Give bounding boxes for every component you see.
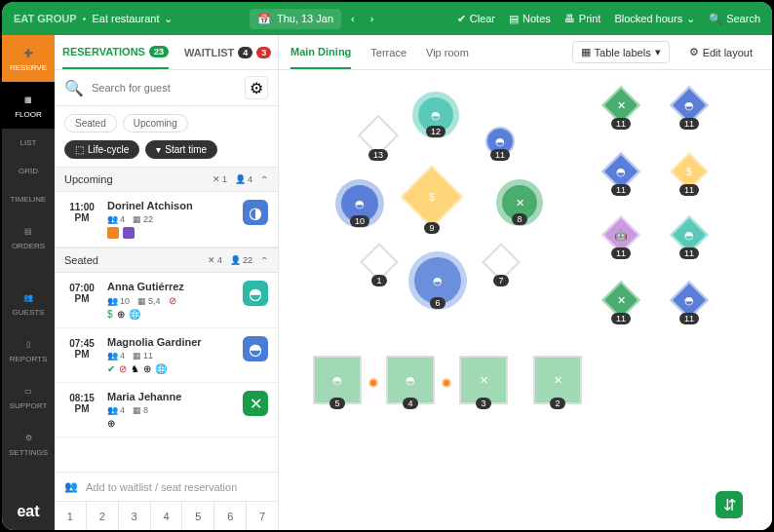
- table-labels-button[interactable]: ▦ Table labels ▾: [572, 41, 670, 63]
- table[interactable]: ◓12: [418, 97, 453, 137]
- lifecycle-icon: ⬚: [75, 144, 84, 155]
- section-upcoming[interactable]: Upcoming ✕ 1 👤 4 ⌃: [55, 167, 278, 192]
- guests-icon: 👥: [20, 289, 36, 305]
- sidebar: ➕RESERVE ▦FLOOR LIST GRID TIMELINE ▤ORDE…: [2, 35, 55, 530]
- reports-icon: ▯: [20, 336, 36, 352]
- reservation-time: 07:45 PM: [64, 336, 99, 360]
- chip-start-time[interactable]: ▾Start time: [145, 140, 217, 159]
- page-button[interactable]: 5: [182, 502, 214, 530]
- page-button[interactable]: 1: [55, 502, 87, 530]
- plus-icon: ➕: [20, 45, 36, 60]
- page-button[interactable]: 3: [119, 502, 151, 530]
- chevron-down-icon: ⌄: [164, 13, 173, 25]
- table[interactable]: ◓11: [485, 127, 515, 161]
- chip-upcoming[interactable]: Upcoming: [123, 114, 188, 133]
- table[interactable]: 13: [364, 121, 393, 161]
- status-badge[interactable]: ◓: [243, 281, 268, 306]
- sidebar-timeline[interactable]: TIMELINE: [2, 185, 55, 213]
- sidebar-orders[interactable]: ▤ORDERS: [2, 213, 55, 260]
- orders-icon: ▤: [20, 223, 36, 239]
- reservation-list: 11:00 PM Dorinel Atchison 👥 4▦ 22 ◑ Seat…: [55, 192, 278, 472]
- chip-seated[interactable]: Seated: [64, 114, 117, 133]
- filter-button[interactable]: ⚙: [245, 76, 268, 99]
- sidebar-grid[interactable]: GRID: [2, 157, 55, 185]
- table[interactable]: ✕3: [459, 356, 508, 409]
- sidebar-reports[interactable]: ▯REPORTS: [2, 326, 55, 373]
- table[interactable]: 7: [487, 248, 515, 286]
- table[interactable]: 1: [366, 248, 393, 286]
- table[interactable]: $9: [409, 174, 454, 234]
- date-picker[interactable]: 📅 Thu, 13 Jan: [250, 9, 341, 29]
- table[interactable]: ◓11: [676, 286, 703, 324]
- location-selector[interactable]: Eat restaurant: [92, 13, 159, 24]
- guest-name: Magnolia Gardiner: [107, 336, 235, 348]
- page-button[interactable]: 7: [247, 502, 278, 530]
- sidebar-reserve[interactable]: ➕RESERVE: [2, 35, 55, 82]
- table[interactable]: 🤖11: [607, 221, 635, 259]
- page-button[interactable]: 2: [87, 502, 119, 530]
- search-button[interactable]: 🔍 Search: [709, 13, 760, 25]
- chevron-up-icon: ⌃: [260, 174, 268, 185]
- guest-name: Anna Gutiérrez: [107, 281, 235, 292]
- status-badge[interactable]: ✕: [243, 391, 268, 416]
- gear-icon: ⚙: [20, 430, 36, 445]
- sidebar-list[interactable]: LIST: [2, 129, 55, 157]
- floor-action-button[interactable]: ⇵: [716, 491, 743, 518]
- status-badge[interactable]: ◑: [243, 200, 268, 225]
- floor-canvas[interactable]: ⇵ 13◓12◓11◓10$9✕817◓6✕11◓11◓11$11🤖11◓11✕…: [279, 70, 772, 530]
- table[interactable]: ✕11: [607, 286, 635, 324]
- prev-day-button[interactable]: ‹: [345, 9, 361, 28]
- table[interactable]: ◓11: [607, 158, 635, 196]
- table[interactable]: ◓5: [313, 356, 362, 409]
- chevron-down-icon: ▾: [156, 144, 161, 155]
- calendar-icon: 📅: [257, 13, 271, 25]
- chevron-up-icon: ⌃: [260, 255, 268, 266]
- notes-button[interactable]: ▤ Notes: [509, 13, 551, 25]
- page-button[interactable]: 4: [151, 502, 183, 530]
- edit-layout-button[interactable]: ⚙ Edit layout: [681, 42, 760, 62]
- table[interactable]: ◓11: [676, 92, 703, 130]
- sidebar-guests[interactable]: 👥GUESTS: [2, 280, 55, 326]
- next-day-button[interactable]: ›: [365, 9, 380, 28]
- reservation-time: 08:15 PM: [64, 391, 99, 414]
- people-icon: 👥: [64, 480, 78, 493]
- table[interactable]: ◓10: [341, 185, 378, 227]
- sidebar-support[interactable]: ▭SUPPORT: [2, 373, 55, 420]
- clear-button[interactable]: ✔ Clear: [457, 13, 495, 25]
- table[interactable]: ◓4: [386, 356, 435, 409]
- sidebar-floor[interactable]: ▦FLOOR: [2, 82, 55, 129]
- add-waitlist-button[interactable]: 👥 Add to waitlist / seat reservation: [55, 473, 278, 501]
- blocked-hours-button[interactable]: Blocked hours ⌄: [614, 13, 695, 25]
- tab-waitlist[interactable]: WAITLIST43: [184, 35, 271, 69]
- reservation-card[interactable]: 11:00 PM Dorinel Atchison 👥 4▦ 22 ◑: [55, 192, 278, 247]
- status-badge[interactable]: ◓: [243, 336, 268, 361]
- reservation-card[interactable]: 08:15 PM Maria Jehanne 👥 4▦ 8 ⊕ ✕: [55, 383, 278, 437]
- table[interactable]: ◓6: [414, 257, 461, 309]
- table[interactable]: ◓11: [676, 221, 703, 259]
- grid-icon: ▦: [20, 92, 36, 107]
- reservation-card[interactable]: 07:00 PM Anna Gutiérrez 👥 10▦ 5,4⊘ $⊕🌐 ◓: [55, 273, 278, 328]
- print-button[interactable]: 🖶 Print: [564, 13, 601, 24]
- table[interactable]: ✕11: [607, 92, 635, 130]
- guest-name: Maria Jehanne: [107, 391, 235, 402]
- reservations-panel: RESERVATIONS23 WAITLIST43 SERVERS 🔍 ⚙ Se…: [55, 35, 279, 530]
- table[interactable]: ✕2: [533, 356, 582, 409]
- page-button[interactable]: 6: [214, 502, 247, 530]
- tab-reservations[interactable]: RESERVATIONS23: [62, 35, 169, 69]
- floor-tab-vip[interactable]: Vip room: [426, 35, 469, 69]
- chip-lifecycle[interactable]: ⬚Life-cycle: [64, 140, 139, 159]
- support-icon: ▭: [20, 383, 36, 399]
- top-bar: EAT GROUP • Eat restaurant ⌄ 📅 Thu, 13 J…: [2, 2, 772, 35]
- table[interactable]: ✕8: [502, 185, 537, 225]
- reservation-time: 07:00 PM: [64, 281, 99, 304]
- search-input[interactable]: [92, 82, 237, 94]
- sidebar-settings[interactable]: ⚙SETTINGS: [2, 420, 55, 467]
- brand: EAT GROUP: [14, 13, 77, 24]
- table[interactable]: $11: [676, 158, 703, 196]
- reservation-card[interactable]: 07:45 PM Magnolia Gardiner 👥 4▦ 11 ✔⊘♞⊕🌐…: [55, 328, 278, 383]
- section-seated[interactable]: Seated ✕ 4 👤 22 ⌃: [55, 247, 278, 273]
- pager: 1 2 3 4 5 6 7: [55, 501, 278, 530]
- floor-tab-terrace[interactable]: Terrace: [370, 35, 406, 69]
- floor-tab-main[interactable]: Main Dining: [290, 35, 351, 69]
- search-icon: 🔍: [64, 79, 84, 97]
